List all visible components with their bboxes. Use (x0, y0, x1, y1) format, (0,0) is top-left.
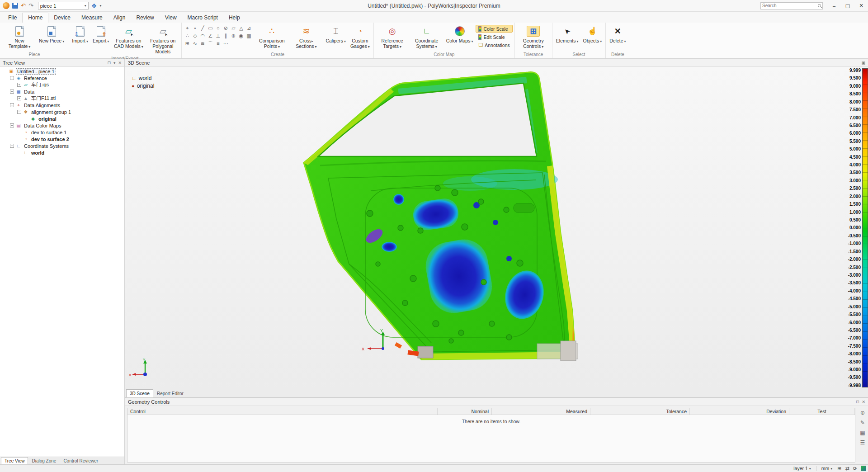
tree-item[interactable]: −⌖Data Alignments (0, 102, 124, 109)
calipers-button[interactable]: ⌶ Calipers▾ (324, 24, 348, 44)
piece-badge-icon[interactable]: ❖ (91, 2, 97, 9)
qat-overflow-icon[interactable]: ▾ (99, 4, 101, 8)
create-tool-icon[interactable]: ⊞ (184, 40, 191, 47)
select-elements-button[interactable]: ➤ Elements▾ (554, 24, 580, 44)
undo-icon[interactable]: ↶ (21, 2, 26, 9)
create-tool-icon[interactable]: ⊥ (214, 32, 222, 39)
import-button[interactable]: ⇩ Import▾ (70, 24, 90, 44)
comparison-points-button[interactable]: ∴ Comparison Points▾ (255, 24, 288, 50)
column-header-test[interactable]: Test (789, 408, 855, 415)
tree-item[interactable]: ◔dev to surface 1 (0, 129, 124, 136)
car-door-model[interactable] (302, 70, 583, 369)
create-tool-icon[interactable]: ∴ (184, 32, 191, 39)
units-selector[interactable]: mm▾ (820, 466, 834, 471)
panel-close-icon[interactable]: ✕ (862, 400, 865, 404)
reference-targets-button[interactable]: ◎ Reference Targets▾ (376, 24, 409, 50)
bottom-tab-tree-view[interactable]: Tree View (1, 457, 28, 464)
panel-close-icon[interactable]: ✕ (118, 61, 122, 65)
tab-review[interactable]: Review (131, 13, 159, 23)
minimize-button[interactable]: – (827, 0, 841, 11)
create-tool-icon[interactable]: ○ (214, 24, 222, 32)
collapse-icon[interactable]: − (10, 90, 14, 94)
search-icon[interactable] (818, 4, 821, 7)
collapse-icon[interactable]: − (10, 76, 14, 80)
create-tool-icon[interactable]: ▱ (230, 24, 237, 32)
save-icon[interactable] (12, 3, 18, 9)
active-color-swatch[interactable] (861, 466, 866, 471)
coordinate-systems-button[interactable]: ∟ Coordinate Systems▾ (410, 24, 443, 50)
new-piece-button[interactable]: New Piece▾ (37, 24, 66, 44)
table-view-icon[interactable]: ▦ (860, 430, 865, 436)
features-on-cad-models-button[interactable]: ▱➤ Features on CAD Models▾ (112, 24, 145, 50)
select-objects-button[interactable]: ☝ Objects▾ (581, 24, 604, 44)
collapse-icon[interactable]: − (10, 144, 14, 148)
pin-icon[interactable]: ⊡ (107, 61, 111, 65)
edit-scale-button[interactable]: Edit Scale (476, 33, 512, 41)
search-input[interactable] (762, 3, 818, 8)
tree-item[interactable]: +▱车门.igs (0, 81, 124, 88)
column-header-nominal[interactable]: Nominal (438, 408, 492, 415)
scene-tab-3d-scene[interactable]: 3D Scene (126, 389, 153, 397)
list-view-icon[interactable]: ☰ (860, 439, 865, 446)
cross-sections-button[interactable]: ≋ Cross-Sections▾ (289, 24, 323, 50)
create-tool-icon[interactable]: ∠ (207, 32, 214, 39)
create-tool-icon[interactable]: ≡ (214, 40, 222, 47)
tab-measure[interactable]: Measure (76, 13, 108, 23)
scene-layout-icon[interactable]: ▣ (861, 61, 865, 65)
color-scale-bar[interactable] (862, 68, 868, 387)
create-tool-icon[interactable]: ⋯ (222, 40, 229, 47)
collapse-icon[interactable]: − (10, 103, 14, 107)
create-tool-icon[interactable]: ▭ (207, 24, 214, 32)
redo-icon[interactable]: ↷ (28, 2, 33, 9)
export-button[interactable]: ⇧ Export▾ (91, 24, 111, 44)
column-header-control[interactable]: Control (127, 408, 438, 415)
tree-item[interactable]: ▣Untitled - piece 1 (0, 68, 124, 75)
create-tool-icon[interactable]: ⊕ (230, 32, 237, 39)
tree-item[interactable]: ◆original (0, 115, 124, 122)
tab-macro-script[interactable]: Macro Script (182, 13, 223, 23)
create-tool-icon[interactable]: ⌒ (207, 40, 214, 47)
create-tool-icon[interactable]: ⌖ (184, 24, 191, 32)
tree-item[interactable]: −◈Reference (0, 75, 124, 81)
tree-item[interactable]: −▦Data (0, 88, 124, 95)
tab-home[interactable]: Home (22, 13, 48, 23)
tree-item[interactable]: +▲车门F11.stl (0, 95, 124, 102)
geometry-controls-button[interactable]: ⊞ Geometry Controls▾ (517, 24, 550, 50)
maximize-button[interactable]: ▢ (841, 0, 854, 11)
tree-item[interactable]: −∟Coordinate Systems (0, 142, 124, 149)
pan-icon[interactable]: ⇄ (845, 466, 849, 472)
tab-file[interactable]: File (3, 13, 22, 23)
create-tool-icon[interactable]: ∿ (191, 40, 198, 47)
bottom-tab-dialog-zone[interactable]: Dialog Zone (28, 457, 60, 464)
layer-selector[interactable]: layer 1▾ (792, 466, 812, 471)
scene-tab-report-editor[interactable]: Report Editor (153, 389, 187, 397)
collapse-icon[interactable]: − (10, 123, 14, 127)
refresh-icon[interactable]: ⟳ (853, 466, 857, 472)
tree-item[interactable]: ∟world (0, 149, 124, 156)
pin-icon[interactable]: ⊡ (856, 400, 859, 404)
zoom-tool-icon[interactable]: ⊕ (860, 410, 865, 416)
piece-selector[interactable]: piece 1 ▾ (38, 2, 89, 9)
tree-item[interactable]: −▤Data Color Maps (0, 122, 124, 129)
new-template-button[interactable]: New Template▾ (3, 24, 36, 50)
app-logo-icon[interactable] (3, 2, 9, 9)
search-box[interactable] (760, 2, 823, 9)
bottom-tab-control-reviewer[interactable]: Control Reviewer (60, 457, 102, 464)
panel-menu-icon[interactable]: ▾ (113, 61, 116, 65)
tab-view[interactable]: View (160, 13, 182, 23)
tree-item[interactable]: ◔dev to surface 2 (0, 136, 124, 142)
tab-align[interactable]: Align (108, 13, 131, 23)
grid-icon[interactable]: ⊞ (837, 466, 841, 472)
create-tool-icon[interactable]: ╱ (199, 24, 206, 32)
create-tool-icon[interactable]: △ (237, 24, 245, 32)
create-tool-icon[interactable]: ⊘ (222, 24, 229, 32)
delete-button[interactable]: ✕ Delete▾ (608, 24, 627, 44)
create-tool-icon[interactable]: ▦ (245, 32, 252, 39)
collapse-icon[interactable]: − (17, 110, 21, 114)
create-tool-icon[interactable]: ◉ (237, 32, 245, 39)
tab-help[interactable]: Help (223, 13, 245, 23)
tab-device[interactable]: Device (48, 13, 76, 23)
create-tool-icon[interactable]: ⊿ (245, 24, 252, 32)
create-tool-icon[interactable]: ≋ (199, 40, 206, 47)
color-scale-toggle[interactable]: Color Scale (476, 25, 512, 33)
